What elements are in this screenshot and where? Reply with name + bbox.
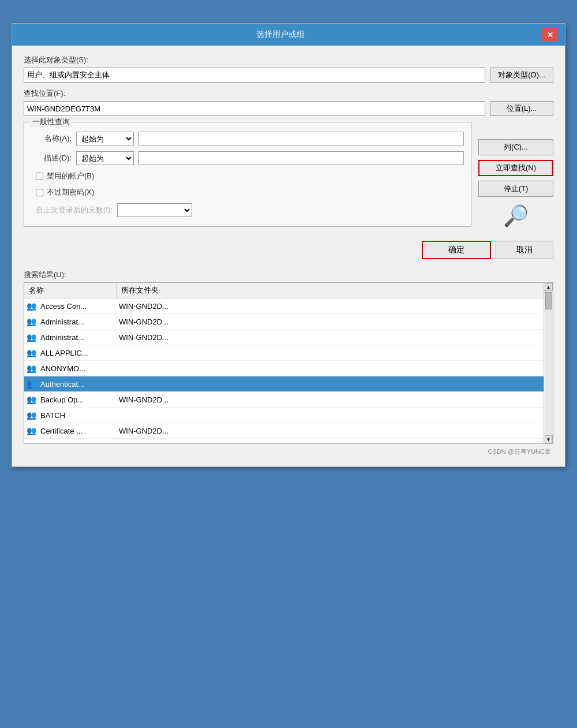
desc-dropdown[interactable]: 起始为: [76, 151, 134, 165]
row-folder: WIN-GND2D...: [117, 394, 553, 405]
location-label: 查找位置(F):: [24, 88, 553, 99]
object-type-input[interactable]: [24, 68, 485, 83]
desc-label: 描述(D):: [31, 153, 72, 163]
confirm-button[interactable]: 确定: [422, 241, 491, 259]
no-expire-row: 不过期密码(X): [36, 187, 464, 197]
table-row[interactable]: 👥Backup Op...WIN-GND2D...: [24, 392, 553, 408]
query-form: 名称(A): 起始为 描述(D): 起始为: [31, 132, 464, 217]
scroll-up-arrow[interactable]: ▲: [545, 283, 553, 291]
table-row[interactable]: 👥BATCH: [24, 408, 553, 423]
watermark: CSDN @云粤YUNC拿: [24, 446, 553, 457]
row-name: ALL APPLIC...: [40, 349, 88, 357]
main-content: 一般性查询 名称(A): 起始为 描述(D):: [24, 122, 553, 230]
stop-button[interactable]: 停止(T): [478, 181, 553, 197]
table-row[interactable]: 👥Administrat...WIN-GND2D...: [24, 330, 553, 345]
table-row[interactable]: 👥CONSOLE ...: [24, 439, 553, 443]
scroll-track: [545, 291, 553, 435]
close-button[interactable]: ✕: [542, 28, 558, 41]
col-name-header: 名称: [24, 283, 117, 298]
user-group-icon: 👥: [27, 364, 36, 373]
disabled-account-label: 禁用的帐户(B): [47, 171, 94, 181]
row-name: Access Con...: [40, 302, 87, 311]
columns-button[interactable]: 列(C)...: [478, 139, 553, 155]
row-folder: [117, 352, 553, 354]
groupbox-title: 一般性查询: [30, 117, 72, 127]
bottom-buttons: 确定 取消: [24, 236, 553, 264]
user-group-icon: 👥: [27, 395, 36, 404]
row-name: Administrat...: [40, 318, 84, 326]
object-type-button[interactable]: 对象类型(O)...: [490, 68, 553, 83]
results-body[interactable]: 👥Access Con...WIN-GND2D...👥Administrat..…: [24, 298, 553, 443]
row-folder: WIN-GND2D...: [117, 332, 553, 343]
no-expire-checkbox[interactable]: [36, 189, 43, 196]
location-button[interactable]: 位置(L)...: [490, 101, 553, 116]
days-dropdown[interactable]: [117, 203, 192, 217]
desc-row: 描述(D): 起始为: [31, 151, 464, 165]
scrollbar[interactable]: ▲ ▼: [544, 283, 553, 443]
row-folder: [117, 383, 553, 385]
no-expire-label: 不过期密码(X): [47, 187, 94, 197]
query-groupbox: 一般性查询 名称(A): 起始为 描述(D):: [24, 122, 471, 227]
row-folder: WIN-GND2D...: [117, 301, 553, 312]
search-icon-area: 🔍: [478, 201, 553, 230]
row-name: Administrat...: [40, 333, 84, 342]
location-row: 位置(L)...: [24, 101, 553, 116]
dialog-title: 选择用户或组: [19, 29, 542, 40]
table-row[interactable]: 👥Access Con...WIN-GND2D...: [24, 298, 553, 314]
location-input[interactable]: [24, 101, 485, 116]
table-row[interactable]: 👥Administrat...WIN-GND2D...: [24, 314, 553, 330]
user-group-icon: 👥: [27, 410, 36, 420]
row-folder: [117, 367, 553, 369]
right-panel: 列(C)... 立即查找(N) 停止(T) 🔍: [478, 139, 553, 230]
results-table: 名称 所在文件夹 👥Access Con...WIN-GND2D...👥Admi…: [24, 282, 553, 444]
search-icon: 🔍: [503, 204, 529, 228]
name-row: 名称(A): 起始为: [31, 132, 464, 145]
cancel-button[interactable]: 取消: [496, 241, 553, 259]
object-type-group: 选择此对象类型(S): 对象类型(O)...: [24, 55, 553, 83]
user-group-icon: 👥: [27, 379, 36, 389]
results-label: 搜索结果(U):: [24, 270, 553, 280]
dialog-body: 选择此对象类型(S): 对象类型(O)... 查找位置(F): 位置(L)...…: [12, 46, 565, 466]
user-group-icon: 👥: [27, 442, 36, 443]
user-group-icon: 👥: [27, 301, 36, 311]
row-folder: WIN-GND2D...: [117, 425, 553, 436]
object-type-row: 对象类型(O)...: [24, 68, 553, 83]
select-user-dialog: 选择用户或组 ✕ 选择此对象类型(S): 对象类型(O)... 查找位置(F):…: [12, 23, 565, 467]
row-name: CONSOLE ...: [40, 442, 85, 444]
row-folder: [117, 414, 553, 416]
object-type-label: 选择此对象类型(S):: [24, 55, 553, 65]
search-now-button[interactable]: 立即查找(N): [478, 160, 553, 176]
days-row: 自上次登录后的天数(I):: [36, 203, 464, 217]
scroll-thumb[interactable]: [545, 292, 552, 309]
disabled-account-checkbox[interactable]: [36, 173, 43, 180]
table-row[interactable]: 👥ALL APPLIC...: [24, 345, 553, 361]
disabled-account-row: 禁用的帐户(B): [36, 171, 464, 181]
name-label: 名称(A):: [31, 133, 72, 144]
user-group-icon: 👥: [27, 426, 36, 435]
row-name: ANONYMO...: [40, 364, 85, 373]
results-header: 名称 所在文件夹: [24, 283, 553, 298]
location-group: 查找位置(F): 位置(L)...: [24, 88, 553, 116]
left-panel: 一般性查询 名称(A): 起始为 描述(D):: [24, 122, 471, 230]
row-name: Backup Op...: [40, 395, 84, 404]
row-name: Authenticat...: [40, 380, 84, 389]
row-name: BATCH: [40, 411, 65, 420]
name-dropdown[interactable]: 起始为: [76, 132, 134, 145]
title-bar: 选择用户或组 ✕: [12, 24, 565, 46]
col-folder-header: 所在文件夹: [117, 283, 553, 298]
table-row[interactable]: 👥Authenticat...: [24, 376, 553, 392]
days-label: 自上次登录后的天数(I):: [36, 205, 113, 215]
scroll-down-arrow[interactable]: ▼: [545, 435, 553, 443]
table-row[interactable]: 👥ANONYMO...: [24, 361, 553, 376]
row-folder: WIN-GND2D...: [117, 316, 553, 327]
name-input[interactable]: [138, 132, 464, 145]
user-group-icon: 👥: [27, 348, 36, 357]
table-row[interactable]: 👥Certificate ...WIN-GND2D...: [24, 423, 553, 439]
user-group-icon: 👥: [27, 317, 36, 326]
desc-input[interactable]: [138, 151, 464, 165]
results-section: 搜索结果(U): 名称 所在文件夹 👥Access Con...WIN-GND2…: [24, 270, 553, 457]
row-name: Certificate ...: [40, 427, 83, 435]
user-group-icon: 👥: [27, 333, 36, 342]
